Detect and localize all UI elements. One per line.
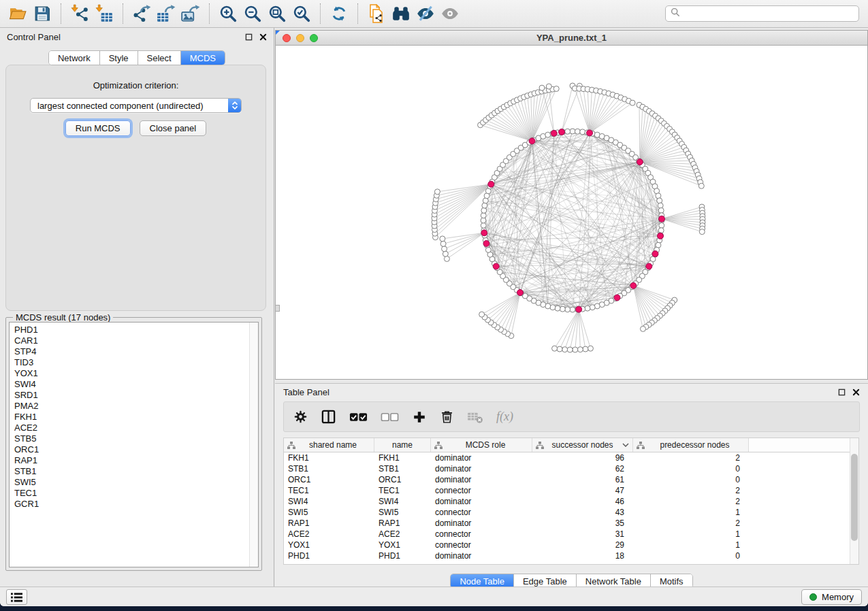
leaf-node: [588, 346, 593, 351]
open-session-button[interactable]: [5, 2, 30, 25]
tab-edge-table[interactable]: Edge Table: [513, 574, 576, 588]
float-panel-icon[interactable]: [838, 389, 846, 396]
network-overview-button[interactable]: [389, 2, 413, 25]
split-pane-button[interactable]: [321, 409, 336, 425]
import-network-button[interactable]: [67, 2, 92, 25]
column-header-predecessor-nodes[interactable]: predecessor nodes: [633, 438, 749, 452]
network-window-titlebar[interactable]: YPA_prune.txt_1: [276, 31, 867, 46]
table-row[interactable]: SWI5SWI5connector431: [284, 507, 850, 518]
mcds-result-item[interactable]: TEC1: [14, 488, 258, 499]
import-table-button[interactable]: [92, 2, 116, 25]
mcds-result-item[interactable]: SWI5: [14, 477, 258, 488]
delete-column-button[interactable]: [440, 410, 454, 425]
save-session-button[interactable]: [30, 2, 54, 25]
leaf-node: [444, 256, 449, 261]
leaf-node: [699, 229, 705, 235]
select-all-rows-button[interactable]: [349, 412, 368, 422]
table-cell: RAP1: [284, 518, 374, 529]
apply-layout-button[interactable]: [327, 2, 351, 25]
float-panel-icon[interactable]: [245, 33, 253, 41]
table-cell: TEC1: [374, 485, 431, 496]
table-row[interactable]: TEC1TEC1connector472: [284, 485, 850, 496]
table-row[interactable]: FKH1FKH1dominator962: [284, 452, 850, 463]
tab-mcds[interactable]: MCDS: [180, 51, 225, 65]
mcds-result-list[interactable]: PHD1CAR1STP4TID3YOX1SWI4SRD1PMA2FKH1ACE2…: [9, 322, 259, 567]
column-header-shared-name[interactable]: shared name: [284, 438, 374, 452]
column-header-label: successor nodes: [544, 440, 621, 450]
tab-network[interactable]: Network: [49, 51, 99, 65]
column-header-name[interactable]: name: [374, 438, 431, 452]
table-settings-button[interactable]: [293, 410, 308, 424]
close-panel-icon[interactable]: [259, 33, 267, 41]
mcds-result-item[interactable]: GCR1: [14, 499, 258, 510]
optimization-criterion-select[interactable]: largest connected component (undirected): [30, 98, 242, 113]
clone-network-button[interactable]: [364, 2, 389, 25]
mcds-result-item[interactable]: SRD1: [14, 390, 258, 401]
mcds-result-item[interactable]: PHD1: [14, 325, 258, 335]
table-row[interactable]: SWI4SWI4dominator462: [284, 496, 850, 507]
deselect-all-rows-button[interactable]: [381, 412, 399, 422]
table-row[interactable]: ORC1ORC1dominator610: [284, 474, 850, 485]
table-cell: dominator: [431, 550, 532, 561]
window-zoom-button[interactable]: [310, 34, 318, 42]
memory-button[interactable]: Memory: [801, 589, 862, 605]
table-row[interactable]: STB1STB1dominator620: [284, 463, 850, 474]
mcds-result-item[interactable]: PMA2: [14, 401, 258, 412]
export-network-button[interactable]: [129, 2, 154, 25]
table-scrollbar-thumb[interactable]: [851, 454, 858, 541]
zoom-fit-button[interactable]: [265, 2, 289, 25]
mcds-result-item[interactable]: STB1: [14, 466, 258, 477]
zoom-selected-button[interactable]: [289, 2, 314, 25]
tab-motifs[interactable]: Motifs: [650, 574, 692, 588]
leaf-node: [640, 326, 645, 331]
column-header-MCDS-role[interactable]: MCDS role: [431, 438, 532, 452]
mcds-result-item[interactable]: TID3: [14, 357, 258, 368]
mcds-result-item[interactable]: STP4: [14, 346, 258, 357]
mcds-result-item[interactable]: CAR1: [14, 335, 258, 346]
splitter-handle[interactable]: [276, 305, 280, 312]
tab-node-table[interactable]: Node Table: [451, 574, 513, 588]
tab-select[interactable]: Select: [138, 51, 180, 65]
window-minimize-button[interactable]: [296, 34, 304, 42]
close-panel-button[interactable]: Close panel: [140, 120, 207, 136]
hide-selected-button[interactable]: [413, 2, 438, 25]
network-title: YPA_prune.txt_1: [276, 33, 867, 43]
show-all-button[interactable]: [438, 2, 462, 25]
tab-style[interactable]: Style: [99, 51, 138, 65]
run-mcds-button[interactable]: Run MCDS: [65, 120, 131, 136]
show-panels-button[interactable]: [6, 589, 27, 605]
function-builder-button[interactable]: f(x): [496, 410, 513, 424]
zoom-in-button[interactable]: [216, 2, 240, 25]
mcds-result-item[interactable]: ACE2: [14, 423, 258, 433]
window-close-button[interactable]: [283, 34, 291, 42]
table-row[interactable]: PHD1PHD1dominator180: [284, 550, 850, 561]
table-cell: connector: [431, 540, 532, 550]
mcds-result-item[interactable]: ORC1: [14, 444, 258, 455]
export-image-button[interactable]: [178, 2, 203, 25]
tab-network-table[interactable]: Network Table: [576, 574, 650, 588]
search-box[interactable]: [665, 5, 859, 22]
table-cell: 46: [532, 496, 633, 507]
table-row[interactable]: ACE2ACE2connector311: [284, 529, 850, 540]
main-toolbar: [0, 0, 868, 28]
search-input[interactable]: [684, 9, 854, 19]
table-panel-title: Table Panel: [283, 387, 329, 397]
export-table-button[interactable]: [154, 2, 178, 25]
table-row[interactable]: YOX1YOX1connector291: [284, 540, 850, 550]
zoom-out-button[interactable]: [240, 2, 265, 25]
ring-node: [481, 213, 486, 218]
mcds-result-item[interactable]: RAP1: [14, 455, 258, 466]
network-canvas[interactable]: [276, 46, 867, 379]
mcds-result-item[interactable]: SWI4: [14, 379, 258, 390]
delete-table-button[interactable]: [467, 410, 483, 424]
table-scrollbar[interactable]: [850, 438, 858, 564]
close-panel-icon[interactable]: [852, 389, 860, 396]
table-row[interactable]: RAP1RAP1dominator352: [284, 518, 850, 529]
table-cell: ACE2: [374, 529, 431, 540]
mcds-list-scrollbar[interactable]: [249, 323, 258, 567]
add-column-button[interactable]: [412, 410, 427, 425]
mcds-result-item[interactable]: FKH1: [14, 412, 258, 423]
mcds-result-item[interactable]: STB5: [14, 433, 258, 444]
mcds-result-item[interactable]: YOX1: [14, 368, 258, 379]
column-header-successor-nodes[interactable]: successor nodes: [532, 438, 633, 452]
